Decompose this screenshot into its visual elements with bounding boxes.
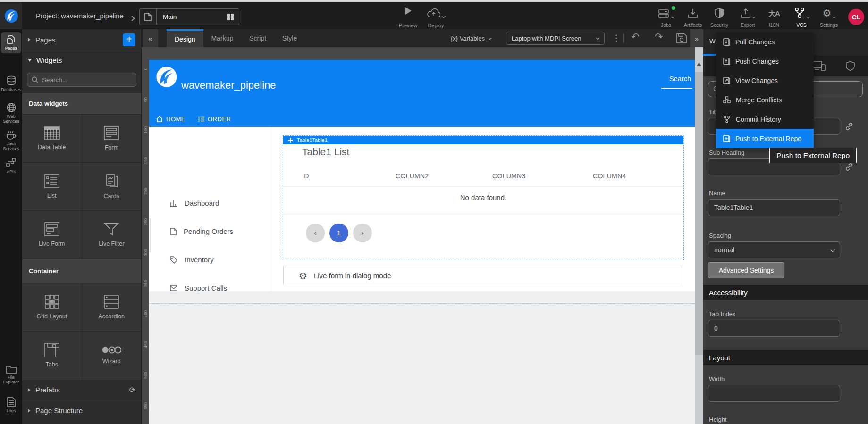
collapse-explorer-button[interactable]: « bbox=[143, 29, 158, 47]
page-nav-scrollbar-thumb[interactable] bbox=[150, 218, 151, 252]
name-field[interactable] bbox=[708, 199, 840, 216]
app-nav: HOME ORDER bbox=[149, 111, 695, 127]
rail-item-logs[interactable]: Logs bbox=[0, 397, 22, 413]
variables-button[interactable]: {x} Variables bbox=[451, 29, 491, 47]
device-select[interactable]: Laptop with MDPI Screen bbox=[506, 32, 605, 45]
add-page-button[interactable]: + bbox=[123, 33, 135, 46]
page-nav-pending-orders[interactable]: Pending Orders bbox=[170, 227, 233, 235]
rail-item-databases[interactable]: Databases bbox=[0, 75, 22, 92]
tab-script[interactable]: Script bbox=[241, 29, 274, 47]
menu-item-view-changes[interactable]: View Changes bbox=[716, 71, 814, 90]
app-nav-order[interactable]: ORDER bbox=[198, 116, 231, 123]
tab-index-field[interactable] bbox=[708, 320, 840, 337]
page-tab-label: Main bbox=[157, 9, 222, 25]
column-header-id[interactable]: ID bbox=[302, 172, 309, 180]
widget-tile-form[interactable]: Form bbox=[82, 115, 142, 162]
pagination-prev-button[interactable]: ‹ bbox=[306, 224, 325, 242]
app-logo-icon bbox=[156, 66, 177, 88]
rail-item-java-services[interactable]: Java Services bbox=[0, 130, 22, 151]
menu-item-commit-history[interactable]: Commit History bbox=[716, 109, 814, 129]
pagination-page-1[interactable]: 1 bbox=[329, 224, 348, 242]
bind-link-icon[interactable] bbox=[844, 162, 854, 174]
i18n-button[interactable]: 大A I18N bbox=[762, 7, 786, 28]
redo-button[interactable]: ↷ bbox=[655, 31, 663, 42]
vertical-ruler: 0 50 100 150 200 250 300 350 400 450 500… bbox=[143, 53, 149, 424]
download-icon bbox=[688, 8, 698, 18]
canvas-scrollbar-thumb[interactable] bbox=[695, 72, 703, 355]
globe-icon bbox=[6, 102, 17, 113]
refresh-icon[interactable]: ⟳ bbox=[129, 385, 135, 394]
live-form-dialog-widget[interactable]: ⚙ Live form in dialog mode bbox=[283, 266, 683, 285]
move-handle-icon[interactable] bbox=[288, 138, 293, 143]
widget-tile-live-filter[interactable]: Live Filter bbox=[82, 211, 142, 258]
menu-item-push-to-external-repo[interactable]: Push to External Repo bbox=[716, 129, 814, 148]
prefabs-section-header[interactable]: Prefabs ⟳ bbox=[22, 379, 141, 400]
column-header-column4[interactable]: COLUMN4 bbox=[593, 172, 626, 180]
page-nav-inventory[interactable]: Inventory bbox=[170, 256, 214, 264]
artifacts-button[interactable]: Artifacts bbox=[681, 7, 705, 28]
pagination-next-button[interactable]: › bbox=[353, 224, 372, 242]
tab-markup[interactable]: Markup bbox=[203, 29, 242, 47]
advanced-settings-button[interactable]: Advanced Settings bbox=[708, 262, 784, 278]
export-button[interactable]: Export bbox=[735, 7, 760, 28]
shield-outline-icon[interactable] bbox=[846, 61, 855, 71]
bind-link-icon[interactable] bbox=[844, 122, 854, 133]
tab-style[interactable]: Style bbox=[274, 29, 305, 47]
width-field[interactable] bbox=[708, 385, 840, 402]
user-avatar[interactable]: CL bbox=[848, 9, 864, 25]
widget-tile-data-table[interactable]: Data Table bbox=[22, 115, 82, 162]
page-structure-section-header[interactable]: Page Structure bbox=[22, 400, 141, 421]
properties-tab-widget[interactable]: W bbox=[709, 38, 716, 45]
app-page-preview: wavemaker_pipeline Search HOME ORDER bbox=[149, 60, 695, 424]
menu-item-pull-changes[interactable]: Pull Changes bbox=[716, 32, 814, 51]
wavemaker-logo[interactable] bbox=[0, 2, 22, 29]
page-nav-dashboard[interactable]: Dashboard bbox=[170, 199, 219, 207]
folder-icon bbox=[6, 365, 17, 374]
rail-item-web-services[interactable]: Web Services bbox=[0, 102, 22, 124]
layout-section-header: Layout bbox=[703, 350, 868, 365]
widget-tile-accordion[interactable]: Accordion bbox=[82, 283, 142, 331]
selected-table-widget[interactable]: Table1Table1 Table1 List ID COLUMN2 COLU… bbox=[283, 136, 683, 260]
more-options-icon[interactable]: ⋮ bbox=[612, 33, 620, 44]
widget-tile-list[interactable]: List bbox=[22, 163, 82, 210]
page-tab-main[interactable]: Main bbox=[139, 8, 239, 25]
page-grid-icon[interactable] bbox=[222, 9, 239, 25]
pages-section-header[interactable]: Pages + bbox=[22, 29, 141, 50]
widget-search-input[interactable] bbox=[42, 76, 132, 83]
page-nav-support-calls[interactable]: Support Calls bbox=[170, 284, 227, 292]
project-label: Project: wavemaker_pipeline bbox=[36, 2, 123, 29]
spacing-select[interactable]: normal bbox=[708, 241, 840, 258]
widget-tile-tabs[interactable]: Tabs bbox=[22, 332, 82, 379]
vcs-button[interactable]: VCS bbox=[789, 7, 814, 28]
scroll-up-arrow-icon[interactable] bbox=[697, 62, 701, 66]
save-button[interactable] bbox=[676, 33, 687, 45]
undo-button[interactable]: ↶ bbox=[631, 31, 640, 42]
widget-tile-grid-layout[interactable]: Grid Layout bbox=[22, 283, 82, 331]
menu-item-push-changes[interactable]: Push Changes bbox=[716, 51, 814, 71]
widget-tile-cards[interactable]: Cards bbox=[82, 163, 142, 210]
cloud-upload-icon bbox=[427, 7, 445, 18]
app-nav-home[interactable]: HOME bbox=[156, 116, 185, 123]
widgets-section-header[interactable]: Widgets bbox=[22, 50, 141, 70]
app-search-link[interactable]: Search bbox=[669, 75, 691, 83]
rail-item-pages[interactable]: Pages bbox=[1, 32, 21, 53]
devices-icon[interactable] bbox=[812, 61, 826, 71]
settings-button[interactable]: ⚙ Settings bbox=[817, 7, 841, 28]
security-button[interactable]: Security bbox=[707, 7, 732, 28]
jobs-button[interactable]: Jobs bbox=[654, 7, 678, 28]
widget-tile-live-form[interactable]: Live Form bbox=[22, 211, 82, 258]
deploy-button[interactable]: Deploy bbox=[427, 7, 445, 28]
column-header-column2[interactable]: COLUMN2 bbox=[396, 172, 429, 180]
menu-item-merge-conflicts[interactable]: Merge Conflicts bbox=[716, 90, 814, 109]
widget-tile-wizard[interactable]: Wizard bbox=[82, 332, 142, 379]
column-header-column3[interactable]: COLUMN3 bbox=[492, 172, 526, 180]
canvas-scrollbar[interactable] bbox=[695, 47, 703, 424]
tab-design[interactable]: Design bbox=[167, 29, 203, 47]
rail-item-file-explorer[interactable]: File Explorer bbox=[0, 365, 22, 384]
widget-selection-bar[interactable]: Table1Table1 bbox=[283, 136, 683, 144]
rail-item-apis[interactable]: APIs bbox=[0, 158, 22, 174]
preview-button[interactable]: Preview bbox=[399, 7, 417, 28]
expand-panel-button[interactable]: » bbox=[690, 29, 703, 47]
live-filter-icon bbox=[103, 222, 119, 236]
app-logo[interactable] bbox=[156, 66, 177, 90]
